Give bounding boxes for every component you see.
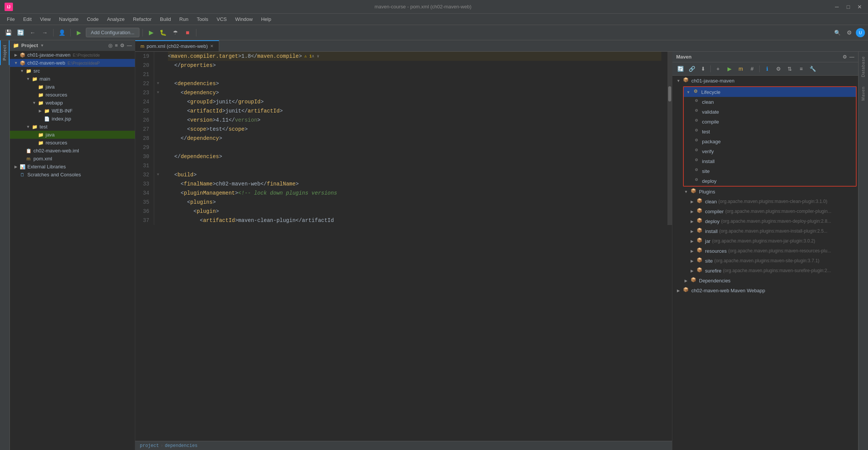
maven-dependencies[interactable]: ▶ 📦 Dependencies <box>672 276 858 285</box>
maven-info-btn[interactable]: ℹ <box>762 64 772 74</box>
tree-item-java-test[interactable]: ▶ 📁 java <box>10 131 135 139</box>
tree-item-src[interactable]: ▼ 📁 src <box>10 67 135 75</box>
dropdown-icon[interactable]: ▼ <box>40 43 44 48</box>
coverage-button[interactable]: ☂ <box>170 27 181 38</box>
tree-item-webinf[interactable]: ▶ 📁 WEB-INF <box>10 107 135 115</box>
maven-m-btn[interactable]: m <box>736 64 746 74</box>
maven-minimize-icon[interactable]: — <box>849 54 854 60</box>
tree-item-external-libs[interactable]: ▶ 📊 External Libraries <box>10 163 135 171</box>
maven-skip-btn[interactable]: # <box>747 64 757 74</box>
gutter-23[interactable]: ▼ <box>154 88 162 97</box>
menu-help[interactable]: Help <box>257 15 275 24</box>
editor-tab-pomxml[interactable]: m pom.xml (ch02-maven-web) ✕ <box>135 40 219 51</box>
tree-item-pomxml[interactable]: ▶ m pom.xml <box>10 155 135 163</box>
sidebar-settings-button[interactable]: ⚙ <box>120 43 125 48</box>
debug-button[interactable]: 🐛 <box>158 27 169 38</box>
maven-lifecycle-install[interactable]: ⚙ install <box>684 156 856 166</box>
maven-plugin-compiler[interactable]: ▶ 📦 compiler (org.apache.maven.plugins:m… <box>672 206 858 216</box>
maven-settings-icon[interactable]: ⚙ <box>843 54 847 60</box>
menu-tools[interactable]: Tools <box>193 15 212 24</box>
maven-plugin-resources[interactable]: ▶ 📦 resources (org.apache.maven.plugins:… <box>672 246 858 256</box>
tab-close-button[interactable]: ✕ <box>210 44 213 49</box>
maven-filter-btn[interactable]: 🔧 <box>808 64 817 74</box>
maximize-button[interactable]: □ <box>844 4 852 10</box>
menu-refactor[interactable]: Refactor <box>129 15 155 24</box>
maven-plugin-install[interactable]: ▶ 📦 install (org.apache.maven.plugins:ma… <box>672 226 858 236</box>
maven-lifecycle-verify[interactable]: ⚙ verify <box>684 146 856 156</box>
tree-item-java-main[interactable]: ▶ 📁 java <box>10 83 135 91</box>
tree-item-main[interactable]: ▼ 📁 main <box>10 75 135 83</box>
gutter-22[interactable]: ▼ <box>154 79 162 88</box>
tree-item-test[interactable]: ▼ 📁 test <box>10 123 135 131</box>
maven-add-btn[interactable]: + <box>713 64 723 74</box>
maven-settings-btn[interactable]: ⚙ <box>773 64 783 74</box>
maven-link-btn[interactable]: 🔗 <box>687 64 697 74</box>
maven-expand-btn[interactable]: ⇅ <box>785 64 795 74</box>
stop-button[interactable]: ■ <box>182 27 193 38</box>
maven-lifecycle-validate[interactable]: ⚙ validate <box>684 107 856 117</box>
add-configuration-button[interactable]: Add Configuration... <box>86 28 139 37</box>
maven-plugin-clean[interactable]: ▶ 📦 clean (org.apache.maven.plugins:mave… <box>672 196 858 206</box>
menu-navigate[interactable]: Navigate <box>55 15 82 24</box>
tree-item-resources-test[interactable]: ▶ 📁 resources <box>10 139 135 147</box>
avatar-button[interactable]: U <box>856 28 865 37</box>
maven-lifecycle-deploy[interactable]: ⚙ deploy <box>684 176 856 186</box>
maven-lifecycle-site[interactable]: ⚙ site <box>684 166 856 176</box>
breadcrumb-project[interactable]: project <box>140 441 159 450</box>
gutter-32[interactable]: ▼ <box>154 170 162 179</box>
maven-plugin-jar[interactable]: ▶ 📦 jar (org.apache.maven.plugins:maven-… <box>672 236 858 246</box>
tree-item-ch02[interactable]: ▼ 📦 ch02-maven-web E:\Projects\IdeaP <box>10 59 135 67</box>
run-config-dropdown[interactable]: ▶ <box>74 27 84 38</box>
menu-build[interactable]: Build <box>156 15 175 24</box>
minimize-button[interactable]: ─ <box>833 4 841 10</box>
menu-window[interactable]: Window <box>231 15 256 24</box>
close-button[interactable]: ✕ <box>856 4 863 10</box>
redo-button[interactable]: → <box>40 27 50 38</box>
maven-collapse-btn[interactable]: ≡ <box>796 64 806 74</box>
tree-item-ch01[interactable]: ▶ 📦 ch01-javase-maven E:\Projects\Ide <box>10 51 135 59</box>
menu-run[interactable]: Run <box>175 15 192 24</box>
editor-scrollbar[interactable] <box>667 52 672 225</box>
maven-ch02-webapp[interactable]: ▶ 📦 ch02-maven-web Maven Webapp <box>672 285 858 295</box>
sync-button[interactable]: 🔄 <box>15 27 26 38</box>
gutter-19[interactable] <box>154 52 162 61</box>
tree-item-iml[interactable]: ▶ 📋 ch02-maven-web.iml <box>10 147 135 155</box>
maven-plugin-site[interactable]: ▶ 📦 site (org.apache.maven.plugins:maven… <box>672 256 858 266</box>
maven-lifecycle[interactable]: ▼ ⚙ Lifecycle <box>684 87 856 97</box>
menu-file[interactable]: File <box>3 15 19 24</box>
menu-edit[interactable]: Edit <box>19 15 35 24</box>
menu-view[interactable]: View <box>36 15 54 24</box>
tree-item-resources-main[interactable]: ▶ 📁 resources <box>10 91 135 99</box>
vtab-maven[interactable]: Maven <box>859 82 868 105</box>
undo-button[interactable]: ← <box>27 27 38 38</box>
run-button[interactable]: ▶ <box>146 27 157 38</box>
maven-plugin-surefire[interactable]: ▶ 📦 surefire (org.apache.maven.plugins:m… <box>672 266 858 276</box>
locate-button[interactable]: ◎ <box>108 43 112 48</box>
vtab-project[interactable]: Project <box>0 40 9 65</box>
maven-run-btn[interactable]: ▶ <box>724 64 734 74</box>
maven-lifecycle-package[interactable]: ⚙ package <box>684 136 856 146</box>
code-area[interactable]: <maven.compiler.target>1.8</maven.compil… <box>162 52 667 225</box>
save-button[interactable]: 💾 <box>3 27 14 38</box>
sort-button[interactable]: ≡ <box>115 43 118 48</box>
menu-code[interactable]: Code <box>83 15 103 24</box>
maven-project-ch01[interactable]: ▼ 📦 ch01-javase-maven <box>672 76 858 86</box>
sidebar-close-button[interactable]: — <box>127 43 132 48</box>
tree-item-webapp[interactable]: ▼ 📁 webapp <box>10 99 135 107</box>
breadcrumb-dependencies[interactable]: dependencies <box>165 441 198 450</box>
maven-lifecycle-clean[interactable]: ⚙ clean <box>684 97 856 107</box>
menu-vcs[interactable]: VCS <box>213 15 231 24</box>
maven-plugins[interactable]: ▼ 📦 Plugins <box>672 187 858 196</box>
settings-button[interactable]: ⚙ <box>844 27 854 38</box>
menu-analyze[interactable]: Analyze <box>103 15 128 24</box>
maven-lifecycle-test[interactable]: ⚙ test <box>684 127 856 136</box>
maven-lifecycle-compile[interactable]: ⚙ compile <box>684 117 856 127</box>
user-button[interactable]: 👤 <box>57 27 67 38</box>
maven-plugin-deploy[interactable]: ▶ 📦 deploy (org.apache.maven.plugins:mav… <box>672 216 858 226</box>
vtab-database[interactable]: Database <box>859 52 868 82</box>
maven-refresh-btn[interactable]: 🔄 <box>675 64 685 74</box>
maven-download-btn[interactable]: ⬇ <box>698 64 708 74</box>
tree-item-indexjsp[interactable]: ▶ 📄 index.jsp <box>10 115 135 123</box>
search-everywhere-button[interactable]: 🔍 <box>832 28 842 38</box>
tree-item-scratches[interactable]: ▶ 🗒 Scratches and Consoles <box>10 171 135 179</box>
